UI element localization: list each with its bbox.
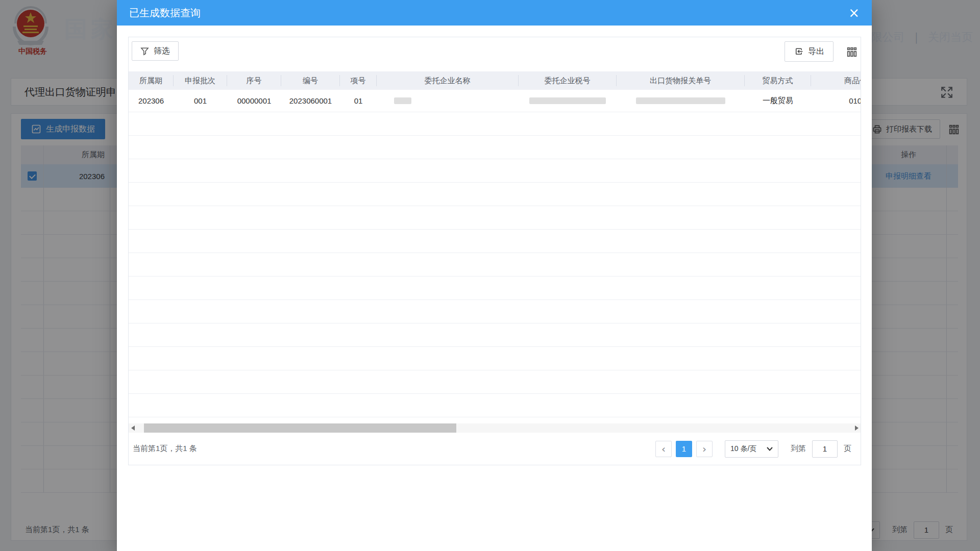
empty-table-row [129,159,861,183]
empty-table-row [129,347,861,370]
empty-table-row [129,112,861,136]
scroll-right-arrow-icon[interactable] [852,423,861,433]
modal-column-header: 所属期 [129,75,174,86]
scroll-left-arrow-icon[interactable] [129,423,137,433]
table-row[interactable]: 20230600100000001202306000101一般贸易01059 [129,90,861,112]
close-icon[interactable]: × [848,6,860,19]
redacted-value [529,97,606,104]
modal-column-header: 出口货物报关单号 [617,75,745,86]
modal-data-table: 所属期申报批次序号编号项号委托企业名称委托企业税号出口货物报关单号贸易方式商品代… [129,71,861,417]
modal-header: 已生成数据查询 × [117,0,872,26]
empty-rows-area [129,112,861,417]
modal-column-header: 委托企业名称 [377,75,519,86]
modal-cell: 202306 [129,96,174,105]
empty-table-row [129,370,861,394]
funnel-icon [140,47,149,56]
modal-cell [617,97,745,104]
modal-cell: 一般贸易 [745,96,811,106]
modal-column-header: 贸易方式 [745,75,811,86]
empty-table-row [129,206,861,230]
chevron-down-icon [767,447,773,451]
generated-data-query-modal: 已生成数据查询 × 筛选 导出 [117,0,872,551]
scrollbar-thumb[interactable] [144,423,456,433]
modal-column-header: 序号 [227,75,281,86]
modal-cell: 01059 [811,96,861,105]
modal-table-header-row: 所属期申报批次序号编号项号委托企业名称委托企业税号出口货物报关单号贸易方式商品代… [129,71,861,90]
modal-column-header: 编号 [281,75,340,86]
redacted-value [394,97,411,104]
page-size-select[interactable]: 10 条/页 [725,440,778,458]
modal-title: 已生成数据查询 [129,6,201,20]
filter-button[interactable]: 筛选 [132,41,179,61]
empty-table-row [129,277,861,300]
modal-pagination: 当前第1页，共1 条 ‹ 1 › 10 条/页 到第 页 [129,433,861,465]
modal-column-header: 商品代码 [811,75,861,86]
current-page-button[interactable]: 1 [676,441,692,457]
modal-column-header: 项号 [340,75,377,86]
modal-column-header: 委托企业税号 [519,75,617,86]
modal-cell [377,97,519,104]
redacted-value [636,97,725,104]
goto-label: 到第 [791,444,806,454]
modal-cell: 001 [174,96,227,105]
page-unit-label: 页 [844,444,851,454]
empty-table-row [129,394,861,417]
modal-table-panel: 筛选 导出 所属期申报批次序号编号项号委托企业名称委托企业税号出口货物报关单号贸… [128,37,861,465]
empty-table-row [129,183,861,206]
export-button[interactable]: 导出 [785,41,834,62]
column-settings-icon[interactable] [846,46,857,58]
empty-table-row [129,323,861,347]
empty-table-row [129,300,861,323]
empty-table-row [129,136,861,159]
empty-table-row [129,253,861,277]
modal-cell [519,97,617,104]
modal-cell: 2023060001 [281,96,340,105]
export-icon [794,47,803,57]
goto-page-input[interactable] [812,440,838,458]
modal-cell: 00000001 [227,96,281,105]
page-summary: 当前第1页，共1 条 [133,444,197,454]
next-page-button[interactable]: › [696,441,713,457]
empty-table-row [129,230,861,253]
modal-cell: 01 [340,96,377,105]
prev-page-button[interactable]: ‹ [655,441,672,457]
modal-column-header: 申报批次 [174,75,227,86]
horizontal-scrollbar[interactable] [129,423,861,433]
